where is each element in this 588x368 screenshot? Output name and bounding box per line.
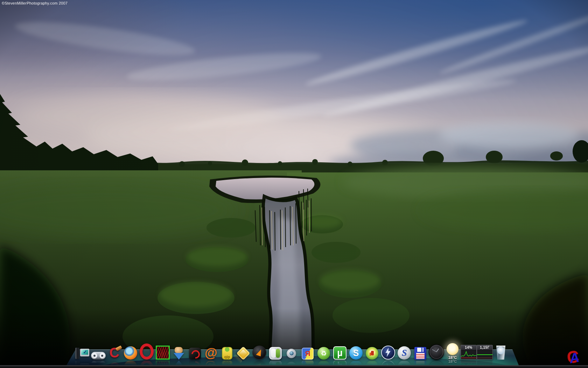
aimp-icon [252, 346, 266, 360]
mailru-at-icon: @ [204, 346, 218, 360]
dock-item-dcpp[interactable] [364, 343, 380, 360]
dock-item-skype[interactable]: S [348, 343, 364, 360]
mu-glyph: µ [337, 348, 343, 358]
wallpaper-landscape [0, 0, 588, 368]
opera-icon [140, 343, 154, 360]
skype-icon: S [349, 346, 363, 360]
dock-item-ya-app[interactable]: Я [300, 343, 316, 360]
dock-items: ✓ C [74, 343, 509, 360]
dock-item-ram-monitor[interactable]: 1,15Г [477, 343, 493, 360]
ram-usage-graph [477, 350, 492, 359]
dock-item-clock-widget[interactable] [428, 343, 444, 360]
qip-icon: qip [222, 347, 232, 360]
dock-item-qip[interactable]: qip [219, 343, 235, 360]
dock-item-weather-widget[interactable]: 18°C 18°C [444, 343, 461, 360]
qip-glyph: qip [222, 355, 232, 359]
garena-icon [189, 348, 201, 360]
webcam-icon [286, 348, 298, 360]
dock-item-s-orb-app[interactable]: S [396, 343, 412, 360]
cpu-monitor-widget: 14% [461, 345, 477, 360]
dcpp-orb-icon [366, 347, 378, 360]
dock-item-ccleaner[interactable]: C [106, 343, 122, 360]
ram-usage-value: 1,15Г [477, 345, 492, 350]
dock-item-utorrent[interactable]: µ [332, 343, 348, 360]
checkmark-glyph: ✓ [83, 349, 87, 355]
dock-item-game-controller[interactable] [90, 343, 106, 360]
dock-item-garena[interactable] [187, 343, 203, 360]
firefox-icon [124, 346, 137, 360]
recycle-orb-icon: ♻ [317, 347, 330, 360]
skype-s-glyph: S [353, 348, 359, 358]
sun-icon [447, 343, 458, 355]
download-master-icon [173, 346, 185, 360]
weather-temperature-reflection: 18°C [444, 359, 461, 363]
ccleaner-icon: C [107, 346, 121, 360]
recycle-bin-glass-icon [496, 346, 506, 360]
my-computer-icon: ✓ [75, 347, 89, 360]
reget-diamond-icon [236, 346, 250, 360]
floppy-disk-icon [414, 347, 426, 360]
dock-item-red-artwork-app[interactable] [155, 343, 171, 360]
red-artwork-icon [156, 346, 170, 360]
corner-logo: C A [566, 350, 584, 366]
dock-item-cpu-monitor[interactable]: 14% [461, 343, 477, 360]
cpu-usage-value: 14% [461, 345, 476, 350]
photographer-watermark: ©StevenMillerPhotography.com 2007 [2, 1, 68, 5]
cpu-usage-graph [461, 350, 476, 359]
ya-cyrillic-icon: Я [302, 348, 314, 360]
dock-item-reget[interactable] [235, 343, 251, 360]
ram-monitor-widget: 1,15Г [477, 345, 493, 360]
silver-s-orb-icon: S [398, 346, 411, 360]
s-orb-glyph: S [402, 348, 407, 358]
gamepad-icon [91, 352, 106, 360]
daemon-tools-lightning-icon [381, 346, 395, 360]
green-chrome-icon [269, 347, 282, 360]
ccleaner-c-glyph: C [107, 346, 121, 360]
dock-item-daemon-tools[interactable] [380, 343, 396, 360]
dock-item-green-chrome-app[interactable] [267, 343, 284, 360]
dock: ✓ C [0, 326, 588, 368]
utorrent-icon: µ [333, 346, 346, 360]
dock-item-download-master[interactable] [171, 343, 187, 360]
dock-item-recycle-bin[interactable] [493, 343, 509, 360]
recycle-glyph: ♻ [321, 349, 327, 357]
dock-item-mailru-agent[interactable]: @ [203, 343, 219, 360]
dock-item-floppy-app[interactable] [412, 343, 428, 360]
desktop-screen: ©StevenMillerPhotography.com 2007 ✓ C [0, 0, 588, 368]
dock-item-firefox[interactable] [122, 343, 139, 360]
dock-item-recycle-orb[interactable]: ♻ [316, 343, 332, 360]
dock-item-webcam-messenger[interactable] [284, 343, 300, 360]
at-glyph: @ [204, 346, 218, 360]
dock-item-opera[interactable] [139, 343, 155, 360]
analog-clock-icon [429, 344, 444, 360]
bottom-edge-bar [0, 365, 588, 368]
dock-item-my-computer[interactable]: ✓ [74, 343, 90, 360]
dock-item-aimp[interactable] [251, 343, 267, 360]
ya-glyph: Я [302, 348, 314, 360]
